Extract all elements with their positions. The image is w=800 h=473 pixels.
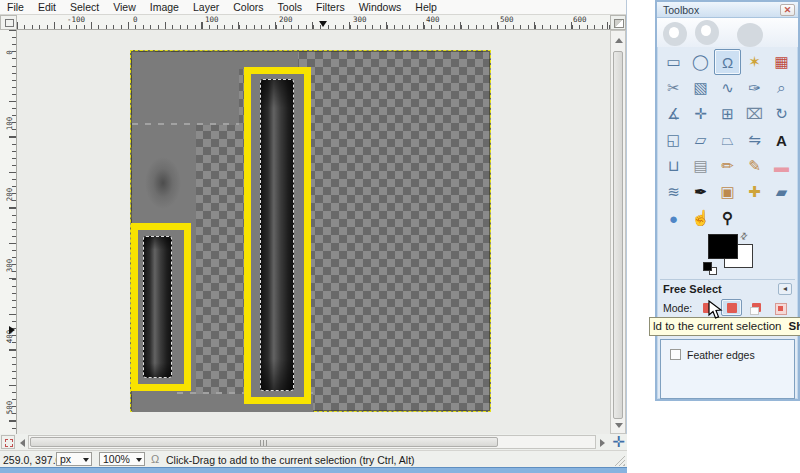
hruler-label: 200 [279,15,293,24]
scissors-select-icon: ✂ [667,79,680,97]
close-icon[interactable]: ✕ [780,4,795,16]
menu-view[interactable]: View [106,0,143,15]
zoom-follow-window-button[interactable] [610,15,626,30]
tool-rectangle-select[interactable]: ▭ [660,49,687,75]
gray-layer-region-upper-left [132,69,239,125]
mode-label: Mode: [663,302,692,314]
foreground-color-swatch[interactable] [708,234,738,259]
dodge-burn-icon: ⚲ [722,209,733,227]
menu-windows[interactable]: Windows [352,0,409,15]
tool-airbrush[interactable]: ≋ [660,179,687,205]
menu-colors[interactable]: Colors [226,0,270,15]
tool-flip[interactable]: ⇋ [741,127,768,153]
heal-icon: ✚ [748,183,761,201]
tool-heal[interactable]: ✚ [741,179,768,205]
flip-icon: ⇋ [748,131,761,149]
tool-measure[interactable]: ∡ [660,101,687,127]
horizontal-scrollbar-row: ✛ [0,434,627,450]
menu-edit[interactable]: Edit [31,0,63,15]
collapse-options-button[interactable]: ◂ [778,283,792,295]
tool-foreground-select[interactable]: ▧ [687,75,714,101]
feather-edges-label: Feather edges [687,349,755,361]
unit-dropdown[interactable]: px [56,452,92,466]
foreground-select-icon: ▧ [693,79,707,97]
menu-help[interactable]: Help [408,0,444,15]
crop-icon: ⌧ [746,105,763,123]
tool-crop[interactable]: ⌧ [741,101,768,127]
toolbox-titlebar[interactable]: Toolbox ✕ [657,2,798,18]
scroll-up-icon[interactable] [615,38,623,43]
window-bottom-border [0,467,627,473]
tool-text[interactable]: A [768,127,795,153]
rotate-icon: ↻ [775,105,788,123]
selected-dark-bar-short[interactable] [143,236,172,378]
scroll-down-icon[interactable] [615,423,623,428]
airbrush-icon: ≋ [667,183,680,201]
quickmask-toggle-button[interactable] [1,435,15,449]
tool-grid: ▭ ◯ Ω ✶ ▦ ✂ ▧ ∿ ✑ ⌕ ∡ ✛ ⊞ ⌧ ↻ ◱ ▱ ⏢ ⇋ A … [660,49,795,231]
selected-dark-bar-tall[interactable] [260,79,294,391]
tool-paintbrush[interactable]: ✎ [741,153,768,179]
toolbox-window: Toolbox ✕ ▭ ◯ Ω ✶ ▦ ✂ ▧ ∿ ✑ ⌕ ∡ ✛ ⊞ ⌧ ↻ … [655,0,800,401]
tool-color-picker[interactable]: ✑ [741,75,768,101]
tool-fuzzy-select[interactable]: ✶ [741,49,768,75]
horizontal-scrollbar[interactable] [28,435,596,449]
gradient-icon: ▤ [693,157,707,175]
ruler-units-button[interactable] [0,15,17,30]
status-message: Click-Drag to add to the current selecti… [166,454,415,466]
tool-perspective[interactable]: ⏢ [714,127,741,153]
tool-bucket-fill[interactable]: ⊔ [660,153,687,179]
tool-move[interactable]: ✛ [687,101,714,127]
tool-zoom[interactable]: ⌕ [768,75,795,101]
window-resize-grip[interactable] [613,454,625,466]
mode-subtract-button[interactable] [745,299,766,316]
zoom-dropdown[interactable]: 100% [99,452,145,466]
tool-blur-sharpen[interactable]: ● [660,205,687,231]
color-area: ⇄ [657,231,798,277]
menu-file[interactable]: File [0,0,31,15]
feather-edges-checkbox[interactable] [670,349,681,360]
paintbrush-icon: ✎ [748,157,761,175]
tool-smudge[interactable]: ☝ [687,205,714,231]
tool-perspective-clone[interactable]: ▰ [768,179,795,205]
vertical-ruler[interactable]: 0 100 200 300 400 500 [0,30,17,434]
swap-colors-icon[interactable]: ⇄ [738,230,750,242]
tool-scissors-select[interactable]: ✂ [660,75,687,101]
vertical-scrollbar[interactable] [610,30,626,434]
canvas-image[interactable] [130,50,491,412]
menu-tools[interactable]: Tools [271,0,310,15]
menu-filters[interactable]: Filters [309,0,352,15]
tool-gradient[interactable]: ▤ [687,153,714,179]
menu-image[interactable]: Image [143,0,186,15]
tool-align[interactable]: ⊞ [714,101,741,127]
tooltip-shortcut: Shift [789,320,800,332]
tool-rotate[interactable]: ↻ [768,101,795,127]
horizontal-scroll-thumb[interactable] [30,437,498,447]
menu-select[interactable]: Select [63,0,106,15]
tool-dodge-burn[interactable]: ⚲ [714,205,741,231]
vertical-scroll-thumb[interactable] [613,51,623,419]
tool-shear[interactable]: ▱ [687,127,714,153]
navigate-view-button[interactable]: ✛ [610,434,627,450]
tool-pencil[interactable]: ✏ [714,153,741,179]
scale-icon: ◱ [666,131,680,149]
canvas-viewport[interactable] [17,30,610,434]
tool-scale[interactable]: ◱ [660,127,687,153]
align-icon: ⊞ [721,105,734,123]
default-colors-icon[interactable] [703,262,721,276]
zoom-icon: ⌕ [777,79,785,97]
tool-clone[interactable]: ▣ [714,179,741,205]
mode-intersect-button[interactable] [769,299,790,316]
horizontal-ruler[interactable]: -100 0 100 200 300 400 500 600 [17,15,610,30]
tool-eraser[interactable]: ▬ [768,153,795,179]
mouse-cursor-icon [708,300,723,320]
tool-ink[interactable]: ✒ [687,179,714,205]
scroll-left-icon[interactable] [20,439,25,447]
scroll-right-icon[interactable] [600,439,605,447]
tool-free-select[interactable]: Ω [714,49,741,75]
tool-paths[interactable]: ∿ [714,75,741,101]
tool-select-by-color[interactable]: ▦ [768,49,795,75]
mode-add-button[interactable] [721,299,742,316]
menu-layer[interactable]: Layer [186,0,226,15]
tool-ellipse-select[interactable]: ◯ [687,49,714,75]
